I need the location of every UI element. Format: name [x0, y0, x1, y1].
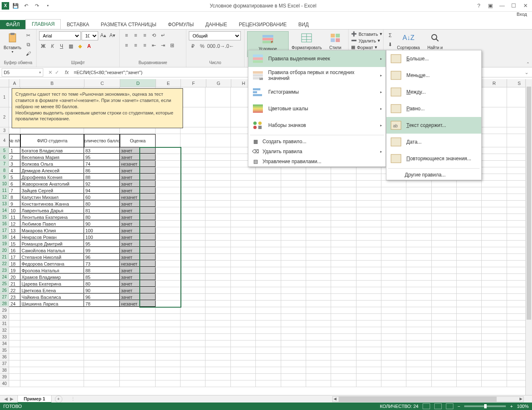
cell[interactable] [482, 254, 507, 260]
cell[interactable] [406, 194, 431, 200]
cell[interactable] [457, 221, 482, 227]
cell[interactable] [482, 360, 507, 367]
cell[interactable] [20, 360, 84, 367]
cell[interactable] [432, 327, 457, 333]
cell[interactable] [406, 307, 431, 313]
cell[interactable] [331, 314, 356, 320]
cell[interactable] [381, 227, 406, 234]
cell[interactable] [156, 241, 181, 247]
cell[interactable] [432, 214, 457, 220]
cell[interactable] [256, 207, 281, 214]
cell[interactable] [205, 267, 230, 273]
cell[interactable] [457, 274, 482, 280]
cell[interactable] [457, 354, 482, 360]
cell[interactable] [205, 367, 230, 373]
menu-date-occurring[interactable]: Дата... [386, 134, 481, 150]
cell[interactable] [281, 327, 306, 333]
cell[interactable] [306, 194, 331, 200]
cell[interactable] [281, 181, 306, 187]
cell[interactable] [231, 221, 256, 227]
cell[interactable] [205, 207, 230, 214]
cell[interactable] [205, 161, 230, 167]
cell[interactable] [406, 287, 431, 293]
row-header[interactable]: 22 [0, 261, 9, 267]
cell[interactable] [84, 360, 120, 367]
cell[interactable] [281, 247, 306, 253]
cell[interactable] [181, 194, 205, 200]
cell[interactable] [181, 227, 205, 234]
row-header[interactable]: 36 [0, 354, 9, 360]
cell[interactable] [482, 221, 507, 227]
cell[interactable] [306, 367, 331, 373]
cell[interactable] [205, 87, 230, 107]
column-header[interactable]: A [9, 79, 20, 87]
cell[interactable] [356, 327, 381, 333]
cell[interactable] [457, 227, 482, 234]
cell[interactable] [306, 187, 331, 194]
cell[interactable] [205, 347, 230, 353]
align-center-icon[interactable]: ≡ [131, 41, 140, 50]
cell[interactable] [181, 87, 205, 107]
cell[interactable] [406, 274, 431, 280]
menu-new-rule[interactable]: ▦Создать правило... [248, 137, 386, 147]
align-middle-icon[interactable]: ≡ [131, 31, 140, 40]
cell[interactable] [20, 127, 84, 134]
cell[interactable]: Демидов Алексей [20, 167, 84, 174]
cell[interactable] [457, 194, 482, 200]
cell[interactable] [9, 347, 20, 353]
row-header[interactable]: 10 [0, 181, 9, 187]
cell[interactable] [205, 301, 230, 307]
paste-button[interactable]: Вставить ▾ [2, 31, 22, 54]
zoom-level[interactable]: 100% [517, 404, 529, 409]
cell[interactable] [381, 354, 406, 360]
cell[interactable] [156, 374, 181, 380]
cell[interactable] [205, 354, 230, 360]
cell[interactable]: 9 [9, 201, 20, 207]
cell[interactable] [281, 367, 306, 373]
cell[interactable] [306, 234, 331, 240]
italic-icon[interactable]: К [48, 42, 57, 50]
cell[interactable]: зачет [120, 274, 156, 280]
cell[interactable]: зачет [120, 147, 156, 154]
cell[interactable] [256, 181, 281, 187]
cell[interactable] [9, 374, 20, 380]
cell[interactable] [457, 347, 482, 353]
cell[interactable] [181, 107, 205, 127]
zoom-in-icon[interactable]: + [510, 404, 512, 409]
cell[interactable]: 5 [9, 174, 20, 180]
tab-split-icon[interactable]: ⋮ [71, 396, 75, 402]
cell[interactable] [205, 247, 230, 253]
cell[interactable] [406, 321, 431, 327]
cell[interactable] [231, 181, 256, 187]
cell[interactable] [432, 347, 457, 353]
orientation-icon[interactable]: ⟲ [150, 31, 158, 40]
row-header[interactable]: 33 [0, 334, 9, 340]
cell[interactable] [231, 214, 256, 220]
row-header[interactable]: 1 [0, 87, 9, 107]
cell[interactable] [482, 267, 507, 273]
row-header[interactable]: 40 [0, 380, 9, 387]
cell[interactable]: зачет [120, 241, 156, 247]
cell[interactable] [306, 307, 331, 313]
cell[interactable] [482, 314, 507, 320]
column-header[interactable]: E [156, 79, 181, 87]
column-header[interactable]: G [206, 79, 231, 87]
cell[interactable] [205, 227, 230, 234]
cell[interactable] [256, 301, 281, 307]
cell[interactable] [205, 334, 230, 340]
cell[interactable] [432, 374, 457, 380]
cell[interactable] [181, 174, 205, 180]
save-icon[interactable]: 💾 [11, 1, 20, 10]
cell[interactable] [9, 354, 20, 360]
format-cells-button[interactable]: ▦Формат ▾ [351, 45, 382, 50]
cell[interactable] [281, 301, 306, 307]
cell[interactable] [205, 221, 230, 227]
cell[interactable] [356, 234, 381, 240]
cell[interactable] [306, 281, 331, 287]
row-header[interactable]: 30 [0, 314, 9, 320]
cell[interactable] [84, 354, 120, 360]
cell[interactable] [84, 340, 120, 347]
cell[interactable] [356, 334, 381, 340]
cell[interactable] [432, 274, 457, 280]
align-bottom-icon[interactable]: ≡ [141, 31, 149, 40]
